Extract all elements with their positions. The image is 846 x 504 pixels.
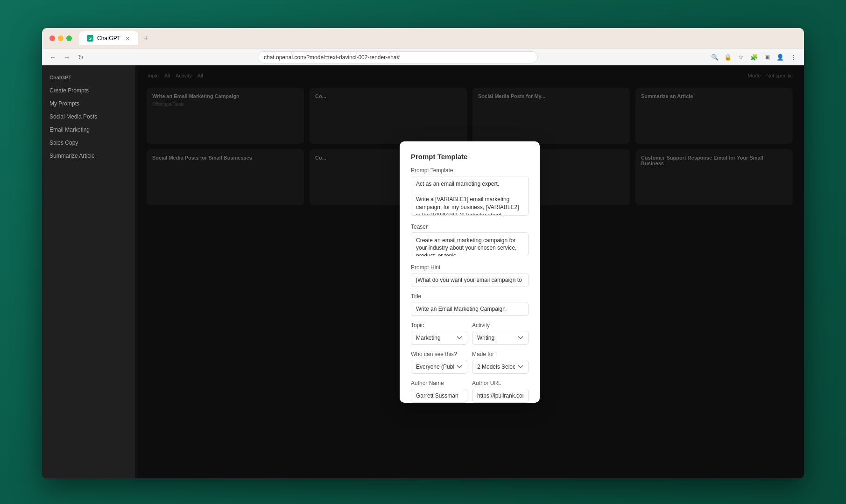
teaser-textarea[interactable] [411, 232, 529, 257]
sidebar-item-3[interactable]: Email Marketing [42, 123, 135, 136]
modal-title: Prompt Template [411, 153, 529, 161]
visibility-label: Who can see this? [411, 351, 467, 357]
back-button[interactable]: ← [48, 52, 58, 63]
teaser-label: Teaser [411, 224, 529, 230]
extensions-icon[interactable]: 🧩 [749, 52, 759, 63]
visibility-madefor-row: Who can see this? Everyone (Public) Only… [411, 351, 529, 374]
prompt-template-textarea[interactable] [411, 176, 529, 216]
toolbar-actions: 🔍 🔒 ☆ 🧩 ▣ 👤 ⋮ [710, 52, 798, 63]
sidebar-item-0[interactable]: Create Prompts [42, 84, 135, 97]
prompt-template-modal: Prompt Template Prompt Template Teaser P… [400, 141, 540, 403]
browser-toolbar: ← → ↻ chat.openai.com/?model=text-davinc… [42, 49, 804, 65]
search-icon[interactable]: 🔍 [710, 52, 720, 63]
tab-favicon: G [87, 35, 93, 42]
minimize-button[interactable] [58, 35, 63, 41]
teaser-field-group: Teaser [411, 224, 529, 259]
title-field-group: Title [411, 293, 529, 316]
prompt-template-field-group: Prompt Template [411, 167, 529, 217]
visibility-field-group: Who can see this? Everyone (Public) Only… [411, 351, 467, 374]
browser-tab[interactable]: G ChatGPT ✕ [79, 31, 138, 45]
madefor-field-group: Made for 2 Models Selected All Models [472, 351, 529, 374]
title-input[interactable] [411, 302, 529, 316]
madefor-label: Made for [472, 351, 529, 357]
traffic-lights [49, 35, 72, 41]
main-area: Topic All Activity All Mode Not specific… [135, 65, 804, 478]
author-row: Author Name Author URL [411, 380, 529, 402]
author-name-input[interactable] [411, 389, 467, 402]
topic-activity-row: Topic Marketing Sales Social Media Activ… [411, 322, 529, 345]
prompt-hint-label: Prompt Hint [411, 264, 529, 271]
menu-icon[interactable]: ⋮ [788, 52, 798, 63]
page-content: ChatGPT Create Prompts My Prompts Social… [42, 65, 804, 478]
sidebar-item-5[interactable]: Summarize Article [42, 149, 135, 162]
star-icon[interactable]: ☆ [736, 52, 746, 63]
activity-label: Activity [472, 322, 529, 329]
sidebar-item-4[interactable]: Sales Copy [42, 136, 135, 149]
prompt-template-label: Prompt Template [411, 167, 529, 174]
profile-icon[interactable]: 👤 [775, 52, 785, 63]
topic-field-group: Topic Marketing Sales Social Media [411, 322, 467, 345]
url-text: chat.openai.com/?model=text-davinci-002-… [264, 54, 400, 61]
topic-select[interactable]: Marketing Sales Social Media [411, 331, 467, 345]
activity-field-group: Activity Writing Analysis [472, 322, 529, 345]
prompt-hint-input[interactable] [411, 273, 529, 287]
author-url-field-group: Author URL [472, 380, 529, 402]
sidebar-toggle-icon[interactable]: ▣ [762, 52, 772, 63]
browser-titlebar: G ChatGPT ✕ + [42, 28, 804, 49]
sidebar-section-label: ChatGPT [42, 71, 135, 84]
tab-bar: G ChatGPT ✕ + [79, 31, 797, 45]
author-name-field-group: Author Name [411, 380, 467, 402]
title-label: Title [411, 293, 529, 300]
author-url-label: Author URL [472, 380, 529, 386]
lock-icon[interactable]: 🔒 [723, 52, 733, 63]
author-url-input[interactable] [472, 389, 529, 402]
close-button[interactable] [49, 35, 55, 41]
sidebar: ChatGPT Create Prompts My Prompts Social… [42, 65, 135, 478]
refresh-button[interactable]: ↻ [76, 52, 86, 63]
visibility-select[interactable]: Everyone (Public) Only Me Team [411, 360, 467, 374]
new-tab-button[interactable]: + [140, 32, 152, 44]
topic-label: Topic [411, 322, 467, 329]
madefor-select[interactable]: 2 Models Selected All Models [472, 360, 529, 374]
modal-overlay[interactable]: Prompt Template Prompt Template Teaser P… [135, 65, 804, 478]
browser-window: G ChatGPT ✕ + ← → ↻ chat.openai.com/?mod… [42, 28, 804, 478]
forward-button[interactable]: → [62, 52, 72, 63]
sidebar-item-1[interactable]: My Prompts [42, 97, 135, 110]
activity-select[interactable]: Writing Analysis [472, 331, 529, 345]
sidebar-item-2[interactable]: Social Media Posts [42, 110, 135, 123]
tab-close-button[interactable]: ✕ [124, 35, 131, 42]
author-name-label: Author Name [411, 380, 467, 386]
tab-title: ChatGPT [97, 35, 120, 42]
prompt-hint-field-group: Prompt Hint [411, 264, 529, 287]
maximize-button[interactable] [66, 35, 72, 41]
url-bar[interactable]: chat.openai.com/?model=text-davinci-002-… [258, 51, 538, 63]
